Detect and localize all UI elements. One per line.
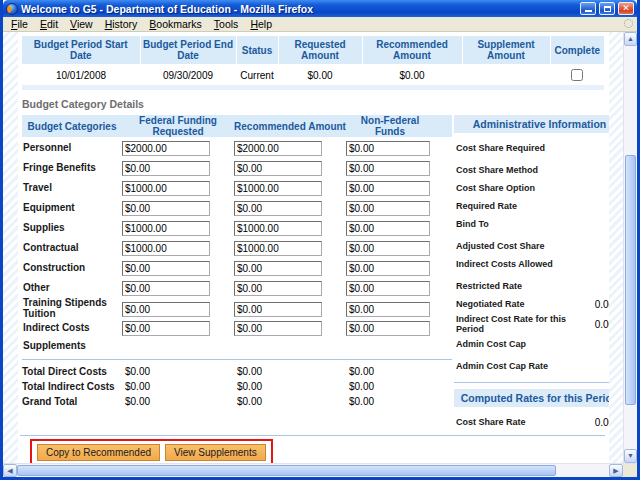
admin-row: Bind To [454,216,609,232]
restore-button[interactable] [599,2,615,15]
col-header-start-date: Budget Period Start Date [22,36,140,64]
fringe-federal-input[interactable] [122,161,210,176]
budget-row-supplies: Supplies [22,217,452,237]
personnel-federal-input[interactable] [122,141,210,156]
budget-row-equipment: Equipment [22,197,452,217]
scroll-up-icon[interactable]: ▲ [624,32,637,46]
horizontal-scroll-track[interactable] [17,464,609,477]
travel-recommended-input[interactable] [234,181,322,196]
admin-row: Indirect Cost Rate for this Period 0.00% [454,314,609,334]
training-federal-input[interactable] [122,302,210,317]
computed-rate-row: Cost Share Rate 0.00% [454,414,609,430]
supplies-federal-input[interactable] [122,221,210,236]
admin-info-title: Administrative Information [454,115,609,133]
minimize-button[interactable] [580,2,596,15]
menu-tools[interactable]: Tools [208,17,245,31]
supplies-recommended-input[interactable] [234,221,322,236]
vertical-scroll-thumb[interactable] [625,155,636,405]
training-nonfederal-input[interactable] [346,302,430,317]
indirect-federal-input[interactable] [122,321,210,336]
copy-to-recommended-button[interactable]: Copy to Recommended [37,444,160,461]
budget-row-indirect: Indirect Costs [22,317,452,337]
computed-rates-separator [454,382,609,383]
admin-row: Cost Share Required [454,140,609,156]
indirect-cost-rate-value: 0.00% [595,319,609,330]
period-recommended-amount: $0.00 [362,64,462,84]
horizontal-scroll-thumb[interactable] [17,465,556,476]
indirect-recommended-input[interactable] [234,321,322,336]
right-margin [609,32,623,463]
vertical-scroll-track[interactable] [624,46,637,449]
other-recommended-input[interactable] [234,281,322,296]
throbber-icon [624,19,633,28]
close-button[interactable]: ✕ [618,2,634,15]
personnel-nonfederal-input[interactable] [346,141,430,156]
menu-bookmarks[interactable]: Bookmarks [143,17,208,31]
budget-grid-header: Budget Categories Federal Funding Reques… [22,115,452,137]
view-supplements-button[interactable]: View Supplements [165,444,266,461]
buttons-top-separator [20,435,605,436]
admin-row: Negotiated Rate 0.00% [454,296,609,312]
grand-total-recommended: $0.00 [234,396,346,407]
admin-row: Restricted Rate [454,278,609,294]
personnel-recommended-input[interactable] [234,141,322,156]
budget-row-other: Other [22,277,452,297]
scroll-down-icon[interactable]: ▼ [624,449,637,463]
minimize-icon [585,10,592,12]
firefox-icon [6,3,18,15]
admin-row: Indirect Costs Allowed [454,256,609,272]
equipment-nonfederal-input[interactable] [346,201,430,216]
browser-window: Welcome to G5 - Department of Education … [0,0,640,480]
construction-nonfederal-input[interactable] [346,261,430,276]
admin-row: Cost Share Option [454,180,609,196]
total-direct-costs-row: Total Direct Costs $0.00 $0.00 $0.00 [22,364,452,379]
page-content: Budget Period Start Date Budget Period E… [3,32,637,463]
vertical-scrollbar[interactable]: ▲ ▼ [623,32,637,463]
supplies-nonfederal-input[interactable] [346,221,430,236]
scroll-left-icon[interactable]: ◀ [3,464,17,477]
fringe-recommended-input[interactable] [234,161,322,176]
col-header-complete: Complete [550,36,604,64]
scroll-right-icon[interactable]: ▶ [609,464,623,477]
budget-row-personnel: Personnel [22,137,452,157]
equipment-federal-input[interactable] [122,201,210,216]
budget-row-travel: Travel [22,177,452,197]
grand-total-nonfederal: $0.00 [346,396,434,407]
worksheet-area: Budget Period Start Date Budget Period E… [18,32,609,463]
period-end-date: 09/30/2009 [140,64,236,84]
admin-row: Admin Cost Cap Rate [454,358,609,374]
col-header-supplement: Supplement Amount [462,36,550,64]
contractual-nonfederal-input[interactable] [346,241,430,256]
contractual-recommended-input[interactable] [234,241,322,256]
horizontal-scrollbar[interactable]: ◀ ▶ [3,463,637,477]
construction-federal-input[interactable] [122,261,210,276]
cost-share-rate-value: 0.00% [595,417,609,428]
travel-nonfederal-input[interactable] [346,181,430,196]
hdr-federal-funding: Federal Funding Requested [122,115,234,137]
menu-edit[interactable]: Edit [34,17,64,31]
period-start-date: 10/01/2008 [22,64,140,84]
grand-total-row: Grand Total $0.00 $0.00 $0.00 [22,394,452,409]
admin-row: Cost Share Method [454,162,609,178]
construction-recommended-input[interactable] [234,261,322,276]
budget-row-contractual: Contractual [22,237,452,257]
travel-federal-input[interactable] [122,181,210,196]
contractual-federal-input[interactable] [122,241,210,256]
title-bar: Welcome to G5 - Department of Education … [3,0,637,17]
equipment-recommended-input[interactable] [234,201,322,216]
other-federal-input[interactable] [122,281,210,296]
admin-row: Adjusted Cost Share [454,238,609,254]
other-nonfederal-input[interactable] [346,281,430,296]
fringe-nonfederal-input[interactable] [346,161,430,176]
menu-view[interactable]: View [64,17,99,31]
indirect-nonfederal-input[interactable] [346,321,430,336]
close-icon: ✕ [622,4,630,13]
admin-row: Admin Cost Cap [454,336,609,352]
menu-help[interactable]: Help [244,17,278,31]
complete-checkbox[interactable] [571,69,583,81]
budget-category-table: Budget Categories Federal Funding Reques… [22,115,452,409]
training-recommended-input[interactable] [234,302,322,317]
menu-history[interactable]: History [99,17,144,31]
menu-file[interactable]: File [5,17,34,31]
computed-rates-title: Computed Rates for this Period [454,389,609,407]
